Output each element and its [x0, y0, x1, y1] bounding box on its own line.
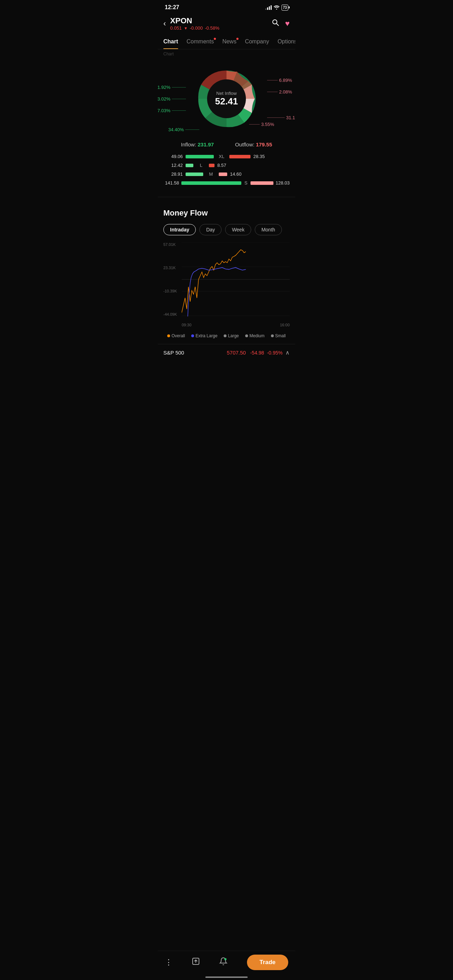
xl-left-val: 49.06	[163, 154, 183, 159]
money-flow-title: Money Flow	[163, 208, 290, 218]
tab-chart[interactable]: Chart	[163, 35, 178, 49]
sp500-bar[interactable]: S&P 500 5707.50 -54.98 -0.95% ∧	[158, 344, 295, 361]
ticker-price-row: 0.051 ▼ -0.000 -0.58%	[170, 25, 267, 31]
y-label-2: 23.31K	[163, 266, 177, 270]
donut-center: Net Inflow 52.41	[215, 91, 238, 107]
price-value: 0.051	[170, 25, 182, 31]
l-right-val: 8.57	[217, 162, 226, 168]
tab-options[interactable]: Options	[278, 35, 295, 49]
bottom-left-label: 34.40%	[168, 127, 199, 132]
donut-bottom-labels: 34.40% 3.55%	[158, 127, 295, 132]
m-label: M	[206, 172, 216, 177]
bottom-spacer	[158, 361, 295, 396]
svg-point-0	[273, 20, 277, 24]
right-label-1: 6.89%	[267, 78, 292, 83]
status-bar: 12:27 73	[158, 0, 295, 13]
ticker-symbol: XPON	[170, 16, 267, 25]
donut-left-labels: 11.92% 3.02% 7.03%	[158, 85, 189, 113]
right-label-2: 2.08%	[267, 89, 292, 95]
large-dot	[224, 334, 227, 337]
ticker-info: XPON 0.051 ▼ -0.000 -0.58%	[170, 16, 267, 31]
flow-row-l: 12.42 L 8.57	[163, 162, 290, 168]
chevron-up-icon: ∧	[285, 349, 290, 356]
filter-month[interactable]: Month	[255, 224, 282, 235]
time-filter-row: Intraday Day Week Month	[163, 224, 290, 235]
header-actions: ♥	[272, 19, 290, 29]
header: ‹ XPON 0.051 ▼ -0.000 -0.58% ♥	[158, 13, 295, 35]
signal-icon	[265, 5, 272, 10]
price-pct: -0.58%	[205, 25, 219, 31]
money-flow-chart: 57.01K 23.31K -10.39K -44.09K 09:30	[163, 242, 290, 327]
flow-section: Inflow: 231.97 Outflow: 179.55 49.06 XL …	[158, 136, 295, 191]
y-label-1: 57.01K	[163, 242, 177, 247]
m-green-bar	[186, 172, 203, 176]
m-left-val: 28.91	[163, 172, 183, 177]
l-left-val: 12.42	[163, 162, 183, 168]
legend-medium: Medium	[245, 333, 265, 338]
small-dot	[271, 334, 274, 337]
l-label: L	[196, 162, 206, 168]
sp500-price: 5707.50	[227, 350, 246, 356]
overall-dot	[167, 334, 170, 337]
chart-legend: Overall Extra Large Large Medium Small	[163, 331, 290, 344]
donut-right-labels: 6.89% 2.08% 31.11%	[264, 78, 295, 120]
inflow-label: Inflow: 231.97	[181, 142, 214, 148]
nav-tabs: Chart Comments News Company Options	[158, 35, 295, 49]
chart-svg	[182, 242, 290, 317]
price-down-arrow: ▼	[184, 26, 188, 30]
x-label-end: 16:00	[280, 323, 290, 327]
xl-label: XL	[217, 154, 227, 159]
status-icons: 73	[265, 5, 288, 11]
left-label-2: 3.02%	[158, 96, 186, 102]
legend-small: Small	[271, 333, 286, 338]
s-label: S	[243, 180, 249, 186]
xl-red-bar	[229, 155, 251, 158]
tab-news[interactable]: News	[222, 35, 236, 49]
s-green-bar	[181, 181, 241, 185]
flow-row-xl: 49.06 XL 28.35	[163, 154, 290, 159]
favorite-button[interactable]: ♥	[285, 19, 290, 28]
comments-dot	[214, 38, 216, 40]
x-label-start: 09:30	[182, 323, 192, 327]
extra-large-dot	[191, 334, 194, 337]
m-pink-bar	[219, 172, 227, 176]
x-axis-labels: 09:30 16:00	[182, 323, 290, 327]
battery-icon: 73	[281, 5, 288, 11]
m-right-val: 14.60	[230, 172, 242, 177]
donut-chart-section: 11.92% 3.02% 7.03%	[158, 56, 295, 136]
sp500-name: S&P 500	[163, 350, 227, 356]
back-button[interactable]: ‹	[163, 19, 166, 28]
left-label-1: 11.92%	[158, 85, 186, 90]
filter-day[interactable]: Day	[199, 224, 222, 235]
filter-week[interactable]: Week	[225, 224, 251, 235]
section-divider	[158, 197, 295, 197]
s-right-val: 128.03	[275, 180, 290, 186]
svg-line-1	[277, 24, 279, 26]
legend-overall: Overall	[167, 333, 185, 338]
flow-totals: Inflow: 231.97 Outflow: 179.55	[163, 142, 290, 148]
news-dot	[236, 38, 238, 40]
chart-section-label: Chart	[158, 49, 295, 56]
s-pink-bar	[251, 181, 273, 185]
outflow-label: Outflow: 179.55	[235, 142, 272, 148]
legend-large: Large	[224, 333, 239, 338]
money-flow-section: Money Flow Intraday Day Week Month 57.01…	[158, 203, 295, 344]
xl-right-val: 28.35	[253, 154, 265, 159]
flow-row-m: 28.91 M 14.60	[163, 172, 290, 177]
sp500-change: -54.98	[250, 350, 264, 356]
tab-company[interactable]: Company	[245, 35, 269, 49]
filter-intraday[interactable]: Intraday	[163, 224, 196, 235]
search-button[interactable]	[272, 19, 280, 29]
l-red-bar	[209, 164, 215, 167]
xl-green-bar	[186, 155, 214, 158]
s-left-val: 141.58	[163, 180, 179, 186]
medium-dot	[245, 334, 248, 337]
tab-comments[interactable]: Comments	[187, 35, 214, 49]
donut-row: 11.92% 3.02% 7.03%	[158, 64, 295, 134]
sp500-pct: -0.95%	[267, 350, 283, 356]
flow-row-s: 141.58 S 128.03	[163, 180, 290, 186]
wifi-icon	[273, 5, 280, 11]
left-label-3: 7.03%	[158, 108, 186, 113]
y-axis-labels: 57.01K 23.31K -10.39K -44.09K	[163, 242, 177, 317]
l-green-bar	[186, 164, 193, 167]
